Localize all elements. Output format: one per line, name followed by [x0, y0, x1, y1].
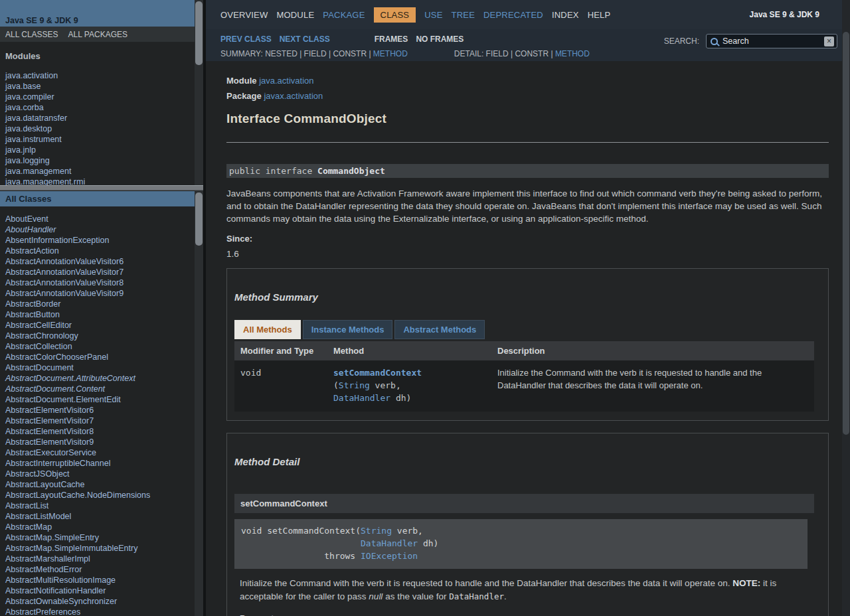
next-class-link[interactable]: NEXT CLASS [280, 35, 330, 44]
class-item-link[interactable]: AbstractAnnotationValueVisitor8 [5, 277, 203, 288]
summary-method-link[interactable]: METHOD [373, 49, 408, 58]
class-item-link[interactable]: AbstractElementVisitor9 [5, 437, 203, 447]
datahandler-type-link[interactable]: DataHandler [333, 393, 390, 403]
sidebar-header-title[interactable]: Java SE 9 & JDK 9 [5, 16, 78, 25]
class-item-link[interactable]: AbstractMarshallerImpl [5, 554, 203, 564]
module-item-link[interactable]: java.management.rmi [5, 177, 203, 185]
class-item-link[interactable]: AbstractOwnableSynchronizer [5, 596, 203, 607]
module-item-link[interactable]: java.logging [5, 155, 203, 166]
module-item-link[interactable]: java.base [5, 81, 203, 92]
no-frames-link[interactable]: NO FRAMES [416, 35, 464, 44]
top-nav-overview[interactable]: OVERVIEW [220, 10, 268, 20]
class-item-link[interactable]: AbstractAnnotationValueVisitor6 [5, 256, 203, 267]
tab-all-methods[interactable]: All Methods [234, 320, 301, 339]
top-nav-module[interactable]: MODULE [276, 10, 314, 20]
search-box[interactable]: × [706, 34, 837, 48]
class-item-link[interactable]: AbstractDocument.Content [5, 384, 203, 394]
code-text: ( [333, 380, 339, 390]
scrollbar-thumb[interactable] [843, 32, 849, 435]
class-item-link[interactable]: AbstractBorder [5, 299, 203, 309]
class-item-link[interactable]: AboutEvent [5, 214, 203, 224]
prev-class-link[interactable]: PREV CLASS [220, 35, 272, 44]
class-item-link[interactable]: AbstractCellEditor [5, 320, 203, 331]
top-nav-help[interactable]: HELP [588, 10, 611, 20]
class-item-link[interactable]: AbstractJSObject [5, 469, 203, 479]
detail-method-link[interactable]: METHOD [555, 49, 590, 58]
module-item-link[interactable]: java.desktop [5, 123, 203, 134]
datahandler-type-link[interactable]: DataHandler [361, 538, 418, 548]
class-item-link[interactable]: AbstractDocument.ElementEdit [5, 394, 203, 405]
class-item-link[interactable]: AbstractChronology [5, 331, 203, 341]
tab-instance-methods[interactable]: Instance Methods [303, 320, 393, 339]
null-keyword: null [369, 591, 382, 601]
class-item-link[interactable]: AboutHandler [5, 224, 203, 235]
module-item-link[interactable]: java.instrument [5, 134, 203, 145]
method-name-link[interactable]: setCommandContext [333, 368, 422, 378]
method-description-cell: Initialize the Command with the verb it … [491, 360, 814, 412]
module-item-link[interactable]: java.datatransfer [5, 113, 203, 123]
module-item-link[interactable]: java.compiler [5, 92, 203, 102]
scrollbar-thumb[interactable] [195, 193, 203, 246]
top-nav-package[interactable]: PACKAGE [323, 10, 365, 20]
class-item-link[interactable]: AbstractElementVisitor6 [5, 405, 203, 416]
frame-resize-handle[interactable] [0, 185, 203, 191]
all-classes-link[interactable]: ALL CLASSES [5, 30, 58, 39]
string-type-link[interactable]: String [339, 380, 370, 390]
class-item-link[interactable]: AbstractMap.SimpleImmutableEntry [5, 543, 203, 554]
method-detail-description: Initialize the Command with the verb it … [240, 577, 814, 603]
summary-nav-text: SUMMARY: NESTED | FIELD | CONSTR | [220, 49, 373, 58]
class-item-link[interactable]: AbstractMethodError [5, 564, 203, 575]
code-text: void setCommandContext( [241, 526, 361, 536]
class-item-link[interactable]: AbstractDocument.AttributeContext [5, 373, 203, 384]
class-item-link[interactable]: AbstractAnnotationValueVisitor9 [5, 288, 203, 299]
scrollbar-thumb[interactable] [195, 1, 203, 65]
class-item-link[interactable]: AbstractElementVisitor7 [5, 416, 203, 426]
module-item-link[interactable]: java.management [5, 166, 203, 177]
page-scrollbar[interactable] [842, 0, 850, 616]
top-nav-class[interactable]: CLASS [374, 7, 416, 23]
class-item-link[interactable]: AbstractMap.SimpleEntry [5, 532, 203, 543]
top-nav-tree[interactable]: TREE [452, 10, 475, 20]
top-nav-index[interactable]: INDEX [552, 10, 579, 20]
overview-frame-scrollbar[interactable] [195, 0, 203, 185]
class-item-link[interactable]: AbstractMap [5, 522, 203, 532]
class-item-link[interactable]: AbstractAnnotationValueVisitor7 [5, 267, 203, 277]
class-item-link[interactable]: AbstractDocument [5, 362, 203, 373]
module-item-link[interactable]: java.corba [5, 102, 203, 113]
class-item-link[interactable]: AbstractCollection [5, 341, 203, 352]
code-text: verb, [392, 526, 423, 536]
class-item-link[interactable]: AbstractLayoutCache [5, 479, 203, 490]
class-item-link[interactable]: AbstractListModel [5, 511, 203, 522]
since-label: Since: [226, 234, 829, 244]
sidebar-header[interactable]: Java SE 9 & JDK 9 [0, 0, 195, 27]
module-link[interactable]: java.activation [259, 76, 313, 86]
tab-abstract-methods[interactable]: Abstract Methods [394, 320, 485, 339]
class-item-link[interactable]: AbstractInterruptibleChannel [5, 458, 203, 469]
search-input[interactable] [718, 37, 824, 46]
class-item-link[interactable]: AbsentInformationException [5, 235, 203, 246]
module-item-link[interactable]: java.jnlp [5, 145, 203, 155]
ioexception-link[interactable]: IOException [361, 551, 418, 561]
class-item-link[interactable]: AbstractButton [5, 309, 203, 320]
class-item-link[interactable]: AbstractAction [5, 246, 203, 256]
method-detail-section: Method Detail setCommandContext void set… [226, 433, 829, 616]
class-item-link[interactable]: AbstractElementVisitor8 [5, 426, 203, 437]
top-nav-deprecated[interactable]: DEPRECATED [483, 10, 543, 20]
class-item-link[interactable]: AbstractColorChooserPanel [5, 352, 203, 362]
class-item-link[interactable]: AbstractList [5, 501, 203, 511]
class-item-link[interactable]: AbstractNotificationHandler [5, 585, 203, 596]
search-clear-icon[interactable]: × [824, 37, 834, 46]
all-packages-link[interactable]: ALL PACKAGES [68, 30, 128, 39]
frames-link[interactable]: FRAMES [375, 35, 408, 44]
string-type-link[interactable]: String [361, 526, 392, 536]
package-link[interactable]: javax.activation [264, 91, 323, 101]
class-item-link[interactable]: AbstractPreferences [5, 607, 203, 616]
class-item-link[interactable]: AbstractExecutorService [5, 447, 203, 458]
sidebar-top-links: ALL CLASSES ALL PACKAGES [0, 27, 195, 42]
class-item-link[interactable]: AbstractLayoutCache.NodeDimensions [5, 490, 203, 501]
classes-frame-scrollbar[interactable] [195, 191, 203, 616]
top-nav-use[interactable]: USE [424, 10, 442, 20]
class-item-link[interactable]: AbstractMultiResolutionImage [5, 575, 203, 585]
module-item-link[interactable]: java.activation [5, 70, 203, 81]
method-row: void setCommandContext (String verb, Dat… [234, 360, 814, 412]
